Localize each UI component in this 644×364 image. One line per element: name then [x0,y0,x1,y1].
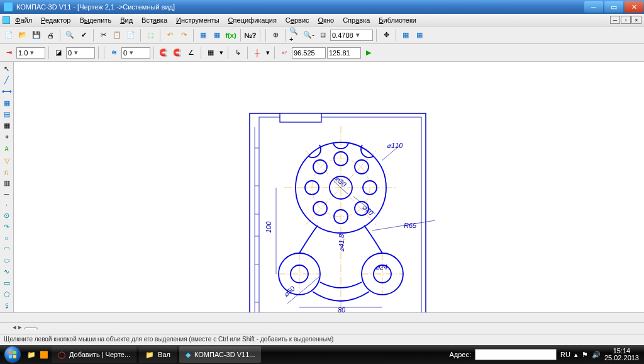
menu-insert[interactable]: Вставка [138,15,171,25]
save-icon[interactable]: 💾 [30,29,43,42]
paste-icon[interactable]: 📄 [125,29,137,42]
mdi-close[interactable]: × [631,16,641,24]
print-icon[interactable]: 🖨 [44,29,57,42]
tray-up-icon[interactable]: ▴ [574,351,578,359]
spelling-icon[interactable]: ✔ [77,29,90,42]
play-icon[interactable]: ▶ [362,47,375,59]
mdi-max[interactable]: ▫ [621,16,631,24]
menu-view[interactable]: Вид [116,15,136,25]
open-icon[interactable]: 📂 [16,29,29,42]
step-combo[interactable]: 1.0▾ [16,47,45,59]
task-opera[interactable]: ◯Добавить | Черте... [52,346,136,363]
grid-step-icon[interactable]: ⇥ [3,47,15,59]
zoom-all-icon[interactable]: ⊕ [269,29,282,42]
text-icon[interactable]: ▦ [1,98,13,108]
task-folder[interactable]: 📁Вал [139,346,177,363]
snap1-icon[interactable]: 🧲 [157,47,170,59]
aux-icon[interactable]: ⊙ [1,211,13,220]
hscroll[interactable] [0,312,644,322]
task-kompas[interactable]: ◆КОМПАС-3D V11... [179,346,261,363]
ortho-icon[interactable]: ↳ [231,47,244,59]
new-doc-icon[interactable]: 📄 [3,29,15,42]
ell-icon[interactable]: ⬭ [1,256,13,265]
tree-icon[interactable]: ▦ [197,29,209,42]
doc-tab[interactable] [24,327,38,329]
menu-file[interactable]: Файл [11,15,36,25]
start-button[interactable] [0,345,25,364]
zoom-in-icon[interactable]: 🔍+ [289,29,301,42]
seg-icon[interactable]: ↷ [1,222,13,232]
undo-icon[interactable]: ↶ [164,29,176,42]
menu-libs[interactable]: Библиотеки [375,15,420,25]
pin-player-icon[interactable]: 🟧 [38,348,50,361]
layer-icon[interactable]: ◪ [52,47,65,59]
poly-icon[interactable]: ⬠ [1,290,13,299]
menu-spec[interactable]: Спецификация [225,15,280,25]
snap3-icon[interactable]: ∠ [185,47,197,59]
zoom-out-icon[interactable]: 🔍- [303,29,315,42]
menu-service[interactable]: Сервис [282,15,313,25]
pt-icon[interactable]: · [1,200,13,209]
tabstrip: ◂ ▸ [0,322,644,334]
coord-x[interactable]: 96.525 [292,47,326,59]
redraw-icon[interactable]: ▦ [399,29,412,42]
refresh-icon[interactable]: ▦ [413,29,426,42]
preview-icon[interactable]: 🔍 [64,29,76,42]
table-icon[interactable]: ▦ [1,121,13,130]
pan-icon[interactable]: ✥ [380,29,392,42]
local-cs-icon[interactable]: ┼ [251,47,264,59]
coord-y[interactable]: 125.81 [327,47,361,59]
dim-icon[interactable]: ⟷ [1,87,13,96]
coord-icon[interactable]: ×ʸ [278,47,291,59]
cont-icon[interactable]: ⫋ [1,301,13,310]
props-icon[interactable]: ⬚ [144,29,157,42]
rect-icon[interactable]: ▭ [1,278,13,288]
menu-edit[interactable]: Редактор [37,15,74,25]
rpt-icon[interactable]: ▥ [1,178,13,188]
spline-icon[interactable]: ∿ [1,267,13,276]
local-dd-icon[interactable]: ▾ [265,47,271,59]
svg-rect-86 [13,351,16,354]
style-combo[interactable]: 0▾ [121,47,150,59]
maximize-button[interactable]: ▭ [604,1,623,13]
style-icon[interactable]: ≋ [108,47,120,59]
tray-vol-icon[interactable]: 🔊 [592,351,601,359]
tray-flag-icon[interactable]: ⚑ [582,351,588,359]
minimize-button[interactable]: ─ [584,1,603,13]
svg-text:⌀110: ⌀110 [387,142,403,149]
lang-indicator[interactable]: RU [560,351,570,358]
redo-icon[interactable]: ↷ [177,29,190,42]
svg-rect-87 [9,355,12,358]
cut-icon[interactable]: ✂ [97,29,109,42]
zoom-window-icon[interactable]: ⊡ [316,29,329,42]
layers-icon[interactable]: ▦ [211,29,223,42]
mdi-min[interactable]: ─ [610,16,620,24]
line-icon[interactable]: ╱ [1,76,13,85]
tray-clock[interactable]: 15:1425.02.2013 [604,348,639,361]
spec-icon[interactable]: ⎌ [1,168,13,176]
vars-icon[interactable]: f(x) [225,29,237,42]
menu-window[interactable]: Окно [314,15,338,25]
axes-icon[interactable]: ⌖ [1,132,13,142]
circ-icon[interactable]: ○ [1,234,13,242]
menu-select[interactable]: Выделить [75,15,115,25]
arc-icon[interactable]: ◠ [1,244,13,254]
hatch-icon[interactable]: ▤ [1,110,13,119]
address-input[interactable] [475,349,557,360]
drawing-canvas[interactable]: ⌀110 ⌀70 ⌀30 R65 ⌀24 ⌀50 80 100 ⌀41,8 [14,62,644,312]
grid-dd-icon[interactable]: ▾ [218,47,225,59]
close-button[interactable]: ✕ [625,1,643,13]
param-icon[interactable]: ▽ [1,156,13,166]
help-icon[interactable]: №? [244,29,257,42]
grid-icon[interactable]: ▦ [204,47,217,59]
copy-icon[interactable]: 📋 [111,29,123,42]
zoom-combo[interactable]: 0.4708▾ [330,30,373,41]
menu-tools[interactable]: Инструменты [172,15,223,25]
measure-icon[interactable]: Ａ [1,144,13,154]
layer-combo[interactable]: 0▾ [66,47,95,59]
menu-help[interactable]: Справка [339,15,374,25]
snap2-icon[interactable]: 🧲 [171,47,184,59]
mdi-icon[interactable] [3,16,10,24]
select-icon[interactable]: ↖ [1,64,13,74]
pin-explorer-icon[interactable]: 📁 [25,348,38,361]
